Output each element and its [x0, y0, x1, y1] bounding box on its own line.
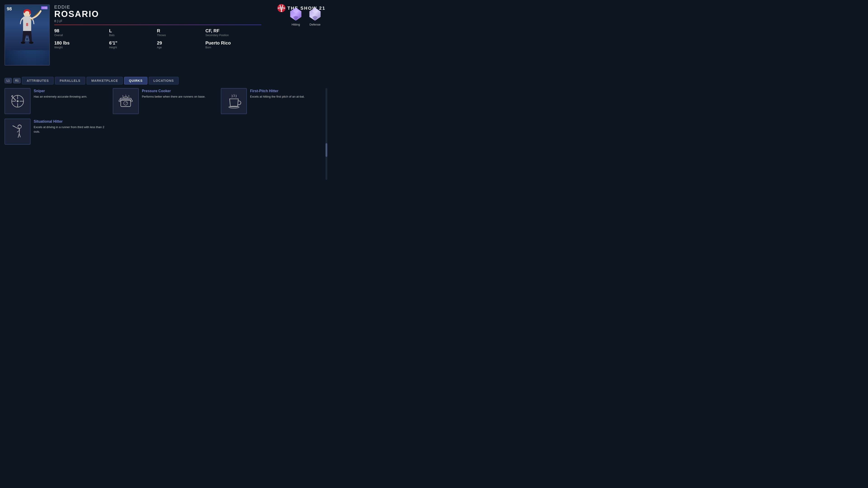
situational-hitter-icon-box	[4, 119, 31, 144]
svg-line-31	[19, 133, 20, 137]
scrollbar[interactable]	[326, 88, 327, 180]
svg-point-6	[21, 41, 25, 44]
quirk-first-pitch-hitter: First-Pitch Hitter Excels at hitting the…	[221, 88, 324, 114]
tab-quirks[interactable]: QUIRKS	[124, 77, 147, 85]
svg-line-26	[126, 102, 127, 103]
hitting-diamond-icon	[288, 7, 303, 22]
tab-parallels[interactable]: PARALLELS	[55, 77, 85, 85]
l1-button[interactable]: L1	[4, 78, 12, 84]
quirk-situational-desc: Excels at driving in a runner from third…	[34, 125, 108, 134]
tab-locations[interactable]: LOCATIONS	[149, 77, 179, 85]
first-pitch-icon-box	[221, 88, 247, 114]
tab-attributes[interactable]: ATTRIBUTES	[22, 77, 54, 85]
stat-age: 29 Age	[157, 40, 196, 49]
stat-height: 6'1" Height	[109, 40, 148, 49]
stat-overall: 98 Overall	[54, 28, 100, 37]
svg-point-7	[29, 41, 33, 44]
r1-button[interactable]: R1	[13, 78, 21, 84]
quirk-sniper-desc: Has an extremely accurate throwing arm.	[34, 94, 108, 99]
player-info-section: EDDIE ROSARIO 8 | LF 98 Overall L Bats R…	[54, 4, 261, 49]
svg-rect-22	[124, 97, 128, 98]
quirk-situational-title: Situational Hitter	[34, 120, 108, 124]
svg-line-32	[13, 126, 14, 127]
player-card: 98 NOW 8 8	[4, 4, 50, 66]
divider	[54, 25, 261, 25]
sniper-icon	[10, 93, 26, 109]
pressure-cooker-icon	[118, 93, 133, 109]
svg-line-30	[18, 133, 19, 138]
quirk-sniper-title: Sniper	[34, 89, 108, 93]
player-image: 8 8	[5, 5, 49, 50]
quirk-first-pitch-title: First-Pitch Hitter	[250, 89, 324, 93]
stat-born: Puerto Rico Born	[206, 40, 261, 49]
scrollbar-thumb[interactable]	[326, 143, 327, 157]
quirk-situational-hitter: Situational Hitter Excels at driving in …	[4, 119, 108, 144]
gem-defense: Defense	[308, 7, 322, 26]
svg-point-19	[17, 100, 19, 102]
player-first-name: EDDIE	[54, 4, 261, 10]
player-stats-grid: 98 Overall L Bats R Throws CF, RF Second…	[54, 28, 261, 49]
player-silhouette-icon: 8	[11, 8, 43, 50]
quirk-sniper: Sniper Has an extremely accurate throwin…	[4, 88, 108, 114]
quirks-content-area: Sniper Has an extremely accurate throwin…	[4, 88, 324, 144]
nav-tabs-area: L1 R1 ATTRIBUTES PARALLELS MARKETPLACE Q…	[4, 77, 179, 85]
svg-text:8: 8	[26, 22, 28, 27]
stat-secondary-position: CF, RF Secondary Position	[206, 28, 261, 37]
stat-throws: R Throws	[157, 28, 196, 37]
quirk-pressure-cooker-text: Pressure Cooker Performs better when the…	[142, 88, 217, 99]
quirk-first-pitch-desc: Excels at hitting the first pitch of an …	[250, 94, 324, 99]
gem-hitting-label: Hitting	[291, 23, 300, 26]
card-series-badge: NOW	[41, 6, 48, 9]
quirk-pressure-cooker-desc: Performs better when there are runners o…	[142, 94, 217, 99]
quirk-first-pitch-text: First-Pitch Hitter Excels at hitting the…	[250, 88, 324, 99]
quirk-sniper-text: Sniper Has an extremely accurate throwin…	[34, 88, 108, 99]
gem-hitting: Hitting	[288, 7, 303, 26]
quirk-pressure-cooker-title: Pressure Cooker	[142, 89, 217, 93]
player-number-position: 8 | LF	[54, 19, 261, 23]
gems-area: Hitting Defense	[288, 7, 322, 26]
player-last-name: ROSARIO	[54, 10, 261, 18]
coffee-cup-icon	[226, 93, 242, 109]
gem-defense-label: Defense	[309, 23, 320, 26]
pressure-cooker-icon-box	[113, 88, 139, 114]
defense-diamond-icon	[308, 7, 322, 22]
stat-bats: L Bats	[109, 28, 148, 37]
mlb-logo-icon	[277, 4, 286, 13]
quirk-situational-text: Situational Hitter Excels at driving in …	[34, 119, 108, 134]
card-rating: 98	[7, 6, 12, 11]
quirk-pressure-cooker: Pressure Cooker Performs better when the…	[113, 88, 217, 114]
sniper-icon-box	[4, 88, 31, 114]
stat-weight: 180 lbs Weight	[54, 40, 100, 49]
batter-icon	[10, 124, 26, 140]
tab-marketplace[interactable]: MARKETPLACE	[87, 77, 123, 85]
